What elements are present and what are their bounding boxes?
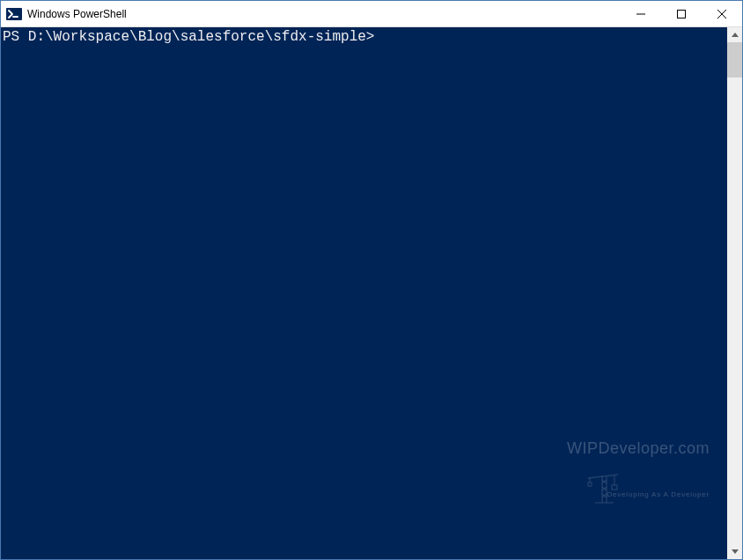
terminal-output[interactable]: PS D:\Workspace\Blog\salesforce\sfdx-sim…	[1, 27, 727, 559]
svg-line-13	[602, 494, 607, 497]
svg-rect-16	[612, 485, 617, 490]
svg-line-10	[602, 480, 607, 483]
prompt-text: PS D:\Workspace\Blog\salesforce\sfdx-sim…	[3, 29, 374, 45]
scrollbar-thumb[interactable]	[727, 42, 742, 77]
window-controls	[621, 1, 742, 26]
svg-line-14	[602, 494, 607, 497]
window-title: Windows PowerShell	[27, 8, 621, 20]
watermark: WIPDeveloper.com Developing As A Develop…	[567, 389, 710, 534]
titlebar[interactable]: Windows PowerShell	[1, 1, 742, 27]
svg-line-6	[588, 475, 618, 478]
vertical-scrollbar[interactable]	[727, 27, 742, 559]
scroll-down-arrow-icon[interactable]	[727, 544, 742, 559]
svg-rect-3	[678, 10, 686, 18]
svg-line-9	[602, 480, 607, 483]
svg-line-11	[602, 487, 607, 490]
watermark-text: WIPDeveloper.com	[567, 439, 710, 459]
minimize-button[interactable]	[621, 1, 661, 26]
scroll-up-arrow-icon[interactable]	[727, 27, 742, 42]
watermark-subtext: Developing As A Developer	[567, 490, 710, 499]
svg-rect-19	[588, 483, 592, 486]
content-area: PS D:\Workspace\Blog\salesforce\sfdx-sim…	[1, 27, 742, 559]
close-button[interactable]	[702, 1, 742, 26]
maximize-button[interactable]	[661, 1, 702, 26]
svg-line-12	[602, 487, 607, 490]
svg-rect-0	[6, 8, 22, 20]
crane-icon	[583, 468, 622, 506]
powershell-icon	[6, 6, 22, 22]
powershell-window: Windows PowerShell PS D:\Workspace\Blog\…	[0, 0, 743, 560]
